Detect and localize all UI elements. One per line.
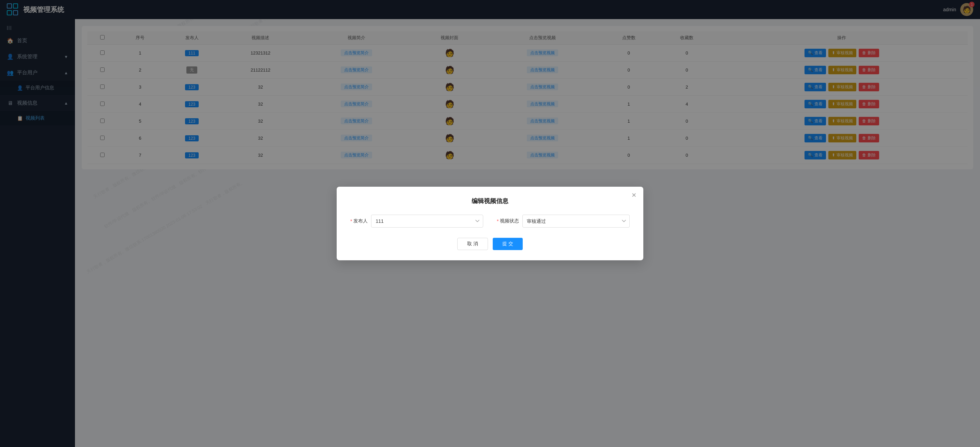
cancel-button[interactable]: 取 消 [457, 238, 488, 250]
status-select[interactable]: 审核通过 待审核 审核拒绝 [522, 215, 630, 227]
modal-close-button[interactable]: ✕ [632, 192, 636, 198]
modal-body: * 发布人 111 无 123 * 视频状态 审核通过 待审核 审核 [350, 215, 630, 227]
edit-video-modal: ✕ 编辑视频信息 * 发布人 111 无 123 * 视频状态 [337, 187, 643, 260]
publisher-form-group: * 发布人 111 无 123 [350, 215, 483, 227]
status-form-group: * 视频状态 审核通过 待审核 审核拒绝 [497, 215, 630, 227]
publisher-required-star: * [350, 218, 352, 224]
status-required-star: * [497, 218, 498, 224]
modal-footer: 取 消 提 交 [350, 238, 630, 250]
submit-button[interactable]: 提 交 [493, 238, 523, 250]
publisher-label: * 发布人 [350, 218, 368, 224]
publisher-select[interactable]: 111 无 123 [371, 215, 483, 227]
modal-overlay[interactable]: ✕ 编辑视频信息 * 发布人 111 无 123 * 视频状态 [0, 0, 980, 447]
modal-title: 编辑视频信息 [350, 197, 630, 205]
status-label: * 视频状态 [497, 218, 519, 224]
